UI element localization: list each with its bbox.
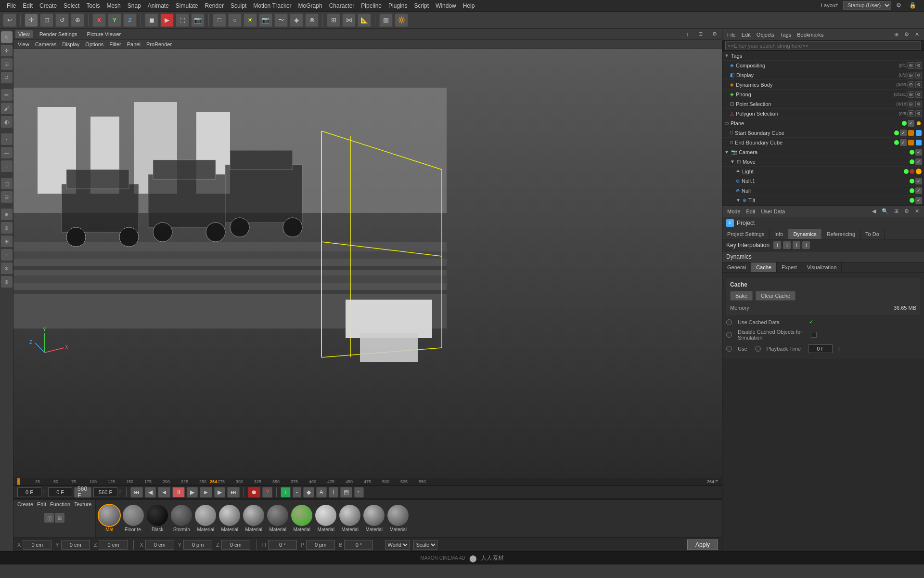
obj-hdr-icon2[interactable]: ⚙ <box>902 31 911 38</box>
light-tag[interactable] <box>915 168 922 175</box>
menu-select[interactable]: Select <box>61 2 82 9</box>
camera-btn[interactable]: 📷 <box>259 13 272 27</box>
object-search-input[interactable] <box>725 41 921 50</box>
tab-picture-viewer[interactable]: Picture Viewer <box>84 30 124 38</box>
next-key-btn[interactable]: ► <box>200 487 212 498</box>
mograph-btn[interactable]: ⊗ <box>305 13 319 27</box>
material-3[interactable]: Material <box>243 505 264 532</box>
material-5[interactable]: Material <box>291 505 312 532</box>
menu-file[interactable]: File <box>4 2 19 9</box>
menu-script[interactable]: Script <box>411 2 432 9</box>
material-btn[interactable]: ◈ <box>290 13 303 27</box>
z-axis-btn[interactable]: Z <box>123 13 137 27</box>
display1-btn[interactable]: ▦ <box>379 13 393 27</box>
tool5[interactable]: ⊛ <box>1 263 13 274</box>
lock-icon[interactable]: 🔒 <box>906 2 919 9</box>
coord-b-input[interactable] <box>344 540 373 550</box>
settings-icon[interactable]: ⚙ <box>893 2 904 9</box>
tilt-vis[interactable] <box>910 198 914 203</box>
subtab-general[interactable]: General <box>722 263 751 272</box>
grid-btn[interactable]: ⊞ <box>327 13 340 27</box>
material-storm[interactable]: StormIn <box>171 505 192 532</box>
material-black[interactable]: Black <box>147 505 168 532</box>
move-tool[interactable]: ✛ <box>1 45 13 56</box>
tool6[interactable]: ⊜ <box>1 276 13 288</box>
dbi1[interactable]: ⊞ <box>908 81 914 88</box>
draw-tool[interactable]: ✏ <box>1 89 13 101</box>
material-2[interactable]: Material <box>219 505 240 532</box>
vm-display[interactable]: Display <box>60 41 82 48</box>
viewport-btn[interactable]: ◼ <box>145 13 158 27</box>
menu-render[interactable]: Render <box>202 2 227 9</box>
fcurve-btn[interactable]: ⌇ <box>329 487 338 498</box>
mode-icon2[interactable]: 🔍 <box>880 208 890 214</box>
mode-userdata[interactable]: User Data <box>759 209 787 214</box>
step-forward-btn[interactable]: ▶ <box>214 487 225 498</box>
menu-create[interactable]: Create <box>37 2 60 9</box>
plane-vis[interactable] <box>902 121 907 126</box>
edge-mode[interactable]: — <box>1 147 13 158</box>
measure-btn[interactable]: 📐 <box>358 13 371 27</box>
clear-cache-button[interactable]: Clear Cache <box>756 291 796 301</box>
x-axis-btn[interactable]: X <box>92 13 106 27</box>
light-render[interactable] <box>910 169 914 174</box>
obj-camera-root[interactable]: ▼ 📷 Camera ✓ <box>722 147 924 157</box>
sb-vis[interactable] <box>894 131 899 135</box>
tab-render-settings[interactable]: Render Settings <box>37 30 80 38</box>
texture-mode[interactable]: ◫ <box>1 178 13 189</box>
obj-phong[interactable]: ◈ Phong (0/161) ⊞ ⚙ <box>722 90 924 99</box>
cube-btn[interactable]: □ <box>213 13 226 27</box>
mode-icon5[interactable]: ✕ <box>913 208 921 214</box>
render-btn[interactable]: ▶ <box>160 13 174 27</box>
mode-mode[interactable]: Mode <box>725 209 743 214</box>
obj-tilt[interactable]: ▼ ⊕ Tilt ✓ <box>722 196 924 205</box>
timeline-btn[interactable]: ▤ <box>340 487 352 498</box>
polsi2[interactable]: ⚙ <box>915 110 922 117</box>
di1[interactable]: ⊞ <box>908 72 914 79</box>
anim-btn[interactable]: A <box>316 487 327 498</box>
current-frame-input[interactable] <box>17 487 41 497</box>
tab-dynamics[interactable]: Dynamics <box>788 229 821 239</box>
material-9[interactable]: Material <box>387 505 409 532</box>
obj-hdr-file[interactable]: File <box>725 32 738 38</box>
paint-tool[interactable]: 🖌 <box>1 103 13 114</box>
dbi2[interactable]: ⚙ <box>915 81 922 88</box>
vm-cameras[interactable]: Cameras <box>33 41 59 48</box>
menu-motion-tracker[interactable]: Motion Tracker <box>250 2 294 9</box>
vm-filter[interactable]: Filter <box>107 41 123 48</box>
obj-null[interactable]: ⊕ Null ✓ <box>722 186 924 196</box>
mat-icon-2[interactable]: ⊞ <box>55 513 64 523</box>
sphere-btn[interactable]: ○ <box>228 13 242 27</box>
display2-btn[interactable]: 🔆 <box>395 13 408 27</box>
pause-btn[interactable]: ⏸ <box>172 487 185 498</box>
ci2[interactable]: ⚙ <box>915 62 922 69</box>
obj-hdr-objects[interactable]: Objects <box>755 32 776 38</box>
menu-window[interactable]: Window <box>433 2 459 9</box>
coord-z-input[interactable] <box>99 540 128 550</box>
subtab-visualization[interactable]: Visualization <box>802 263 842 272</box>
obj-hdr-icon3[interactable]: ✕ <box>913 31 921 38</box>
select-tool[interactable]: ↖ <box>1 31 13 43</box>
menu-plugins[interactable]: Plugins <box>385 2 410 9</box>
phi1[interactable]: ⊞ <box>908 91 914 98</box>
null1-vis[interactable] <box>910 179 914 184</box>
obj-display[interactable]: ◧ Display (0/2) ⊞ ⚙ <box>722 70 924 80</box>
tool2[interactable]: ⊗ <box>1 222 13 234</box>
mode-icon3[interactable]: ⊞ <box>892 208 900 214</box>
rotate-tool-btn[interactable]: ↺ <box>55 13 69 27</box>
material-6[interactable]: Material <box>315 505 336 532</box>
obj-hdr-bookmarks[interactable]: Bookmarks <box>795 32 825 38</box>
obj-hdr-tags[interactable]: Tags <box>778 32 793 38</box>
move-tool-btn[interactable]: ✛ <box>25 13 38 27</box>
obj-dynamics-body[interactable]: ◈ Dynamics Body (0/39) ⊞ ⚙ <box>722 80 924 90</box>
menu-character[interactable]: Character <box>326 2 358 9</box>
menu-mograph[interactable]: MoGraph <box>295 2 325 9</box>
mode-icon4[interactable]: ⚙ <box>902 208 911 214</box>
scale-tool[interactable]: ⊡ <box>1 58 13 70</box>
snap-btn[interactable]: ⋈ <box>342 13 356 27</box>
obj-move[interactable]: ▼ ⊡ Move ✓ <box>722 157 924 167</box>
vm-view[interactable]: View <box>15 41 32 48</box>
mat-menu-texture[interactable]: Texture <box>74 501 91 507</box>
record-btn[interactable]: ⏺ <box>248 487 260 498</box>
auto-key-btn[interactable]: ? <box>262 487 272 498</box>
